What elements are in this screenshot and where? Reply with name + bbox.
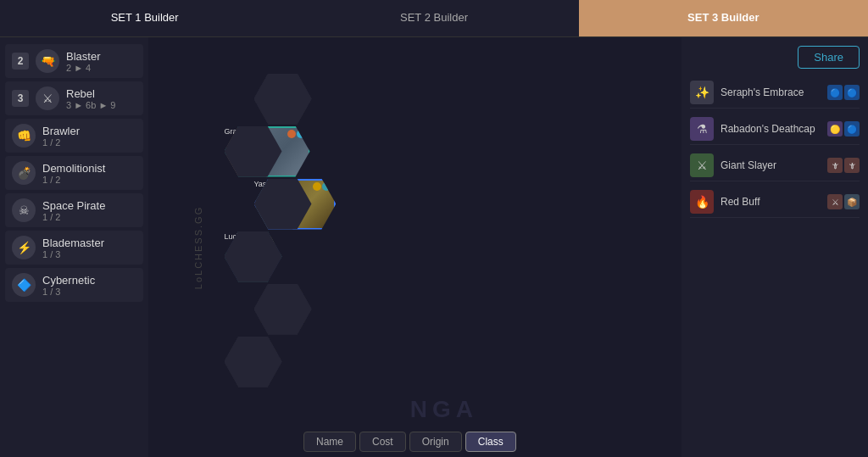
lolchess-watermark: LoLCHESS.GG [193,205,203,288]
hex-row-3: Yasuo Ziggs [254,179,298,188]
trait-icon-blademaster: ⚡ [12,236,36,259]
trait-name-demolitionist: Demolitionist [42,162,136,175]
trait-count-blademaster: 1 / 3 [42,249,136,259]
trait-icon-space-pirate: ☠ [12,198,36,222]
tab-set3[interactable]: SET 3 Builder [579,0,868,36]
trait-icon-cybernetic: 🔷 [12,273,36,297]
item-icon-red-buff: 🔥 [690,190,714,214]
filter-origin-button[interactable]: Origin [409,432,462,452]
trait-icon-brawler: 👊 [12,124,36,148]
share-button[interactable]: Share [798,46,860,69]
trait-item-brawler[interactable]: 👊 Brawler 1 / 2 [5,119,143,153]
item-name-rabadon: Rabadon's Deathcap [721,123,821,135]
item-name-seraphs: Seraph's Embrace [721,86,821,98]
trait-name-space-pirate: Space Pirate [42,199,136,212]
item-comp-red-buff-1: ⚔ [827,194,843,209]
trait-count-space-pirate: 1 / 2 [42,212,136,222]
trait-number-rebel: 3 [12,90,29,107]
hex-grid-container: Graves Malphite [225,74,632,421]
hex-cell[interactable] [254,74,312,125]
hex-cell[interactable] [225,337,282,387]
trait-count-brawler: 1 / 2 [42,137,136,148]
tab-set1[interactable]: SET 1 Builder [0,0,289,36]
trait-icon-demolitionist: 💣 [12,161,36,185]
hex-cell[interactable] [254,284,312,335]
trait-name-blademaster: Blademaster [42,237,136,249]
trait-item-rebel[interactable]: 3 ⚔ Rebel 3 ► 6b ► 9 [5,81,143,115]
sidebar: 2 🔫 Blaster 2 ► 4 3 ⚔ Rebel 3 ► 6b ► 9 👊… [0,37,148,457]
item-name-giant-slayer: Giant Slayer [721,159,821,171]
hex-row-2: Graves Malphite [225,126,281,136]
trait-item-demolitionist[interactable]: 💣 Demolitionist 1 / 2 [5,156,143,190]
item-row-red-buff: 🔥 Red Buff ⚔ 📦 [690,187,860,218]
right-panel: Share ✨ Seraph's Embrace 🔵 🔵 ⚗ Rabadon's… [682,37,868,457]
hex-board: LoLCHESS.GG NGA BBS.NGA.CN [148,37,682,457]
trait-item-space-pirate[interactable]: ☠ Space Pirate 1 / 2 [5,193,143,227]
item-row-giant-slayer: ⚔ Giant Slayer 🗡 🗡 [690,150,860,181]
trait-name-brawler: Brawler [42,125,136,137]
item-comp-red-buff-2: 📦 [844,194,860,209]
trait-name-cybernetic: Cybernetic [42,274,136,287]
item-comp-seraphs-1: 🔵 [827,85,843,100]
item-icon-seraphs: ✨ [690,81,714,104]
tab-bar: SET 1 Builder SET 2 Builder SET 3 Builde… [0,0,868,37]
trait-count-cybernetic: 1 / 3 [42,287,136,297]
item-name-red-buff: Red Buff [721,196,821,208]
trait-item-cybernetic[interactable]: 🔷 Cybernetic 1 / 3 [5,268,143,302]
item-comp-rabadon-2: 🔵 [844,121,860,137]
item-row-rabadon: ⚗ Rabadon's Deathcap 🟡 🔵 [690,114,860,145]
filter-bar: Name Cost Origin Class [297,426,495,457]
trait-item-blaster[interactable]: 2 🔫 Blaster 2 ► 4 [5,44,143,78]
filter-class-button[interactable]: Class [465,432,516,452]
filter-name-button[interactable]: Name [303,432,356,452]
trait-count-blaster: 2 ► 4 [66,63,136,73]
hex-row-4: Lucian [225,231,248,241]
item-row-seraphs: ✨ Seraph's Embrace 🔵 🔵 [690,77,860,109]
trait-count-rebel: 3 ► 6b ► 9 [66,100,136,110]
trait-icon-blaster: 🔫 [36,49,59,73]
trait-item-blademaster[interactable]: ⚡ Blademaster 1 / 3 [5,231,143,265]
item-comp-seraphs-2: 🔵 [844,85,860,100]
trait-number-blaster: 2 [12,53,29,70]
item-icon-giant-slayer: ⚔ [690,153,714,177]
main-layout: 2 🔫 Blaster 2 ► 4 3 ⚔ Rebel 3 ► 6b ► 9 👊… [0,37,868,457]
trait-icon-rebel: ⚔ [36,86,59,110]
item-comp-giant-slayer-2: 🗡 [844,158,860,173]
tab-set2[interactable]: SET 2 Builder [289,0,578,36]
trait-name-rebel: Rebel [66,87,136,100]
item-icon-rabadon: ⚗ [690,117,714,141]
trait-count-demolitionist: 1 / 2 [42,175,136,185]
item-comp-giant-slayer-1: 🗡 [827,158,843,173]
item-comp-rabadon-1: 🟡 [827,121,843,137]
trait-name-blaster: Blaster [66,50,136,63]
filter-cost-button[interactable]: Cost [359,432,406,452]
